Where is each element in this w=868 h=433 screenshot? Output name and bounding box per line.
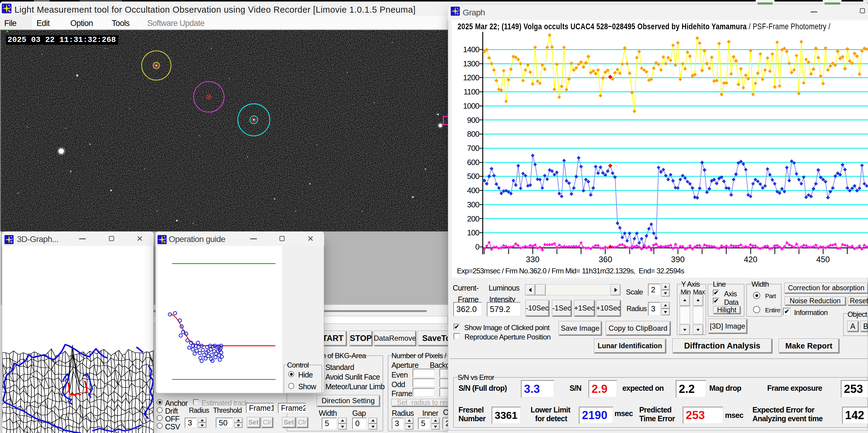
svg-text:500: 500 <box>467 172 479 181</box>
svg-text:800: 800 <box>467 129 479 138</box>
svg-text:200: 200 <box>467 214 479 223</box>
svg-text:900: 900 <box>467 116 479 125</box>
svg-text:360: 360 <box>598 255 612 264</box>
svg-text:700: 700 <box>467 144 479 153</box>
svg-text:0: 0 <box>475 242 479 251</box>
svg-text:300: 300 <box>467 200 479 209</box>
svg-text:400: 400 <box>467 186 479 195</box>
svg-text:1400: 1400 <box>463 45 479 54</box>
svg-text:600: 600 <box>467 158 479 167</box>
svg-text:1200: 1200 <box>463 73 479 82</box>
svg-text:1000: 1000 <box>463 101 479 111</box>
svg-text:450: 450 <box>816 255 830 264</box>
svg-text:100: 100 <box>467 228 479 237</box>
svg-text:1100: 1100 <box>464 87 479 96</box>
svg-text:420: 420 <box>744 255 757 264</box>
svg-text:1300: 1300 <box>463 59 479 68</box>
svg-text:330: 330 <box>526 255 539 264</box>
svg-text:390: 390 <box>671 255 684 264</box>
